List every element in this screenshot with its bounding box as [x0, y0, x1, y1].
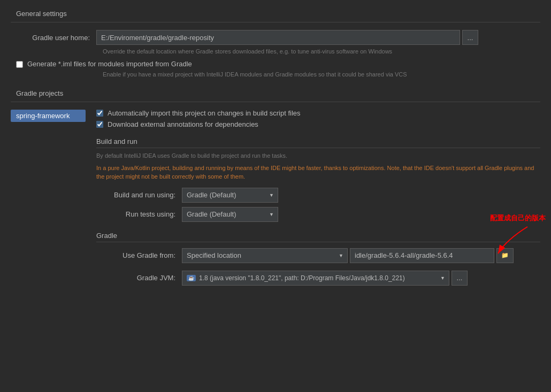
build-and-run-subsection: Build and run By default IntelliJ IDEA u…	[96, 135, 540, 224]
download-annotations-label[interactable]: Download external annotations for depend…	[108, 120, 258, 128]
generate-iml-hint: Enable if you have a mixed project with …	[5, 70, 546, 81]
general-divider	[11, 22, 540, 22]
gradle-subsection-header: Gradle	[96, 229, 540, 242]
use-gradle-from-row: Use Gradle from: Specified location Grad…	[96, 245, 540, 266]
gradle-user-home-input[interactable]	[96, 30, 460, 45]
annotation-container: 配置成自己的版本	[490, 213, 546, 256]
gradle-jvm-row: Gradle JVM: ☕ 1.8 (java version "1.8.0_2…	[96, 268, 540, 288]
run-tests-label: Run tests using:	[96, 210, 182, 218]
projects-layout: spring-framework Automatically import th…	[5, 107, 546, 293]
build-using-label: Build and run using:	[96, 191, 182, 199]
download-annotations-row: Download external annotations for depend…	[96, 119, 540, 130]
generate-iml-checkbox[interactable]	[16, 61, 23, 68]
project-item-spring[interactable]: spring-framework	[11, 110, 86, 122]
settings-page: General settings Gradle user home: ... O…	[0, 0, 551, 392]
general-settings-header: General settings	[5, 5, 546, 21]
download-annotations-checkbox[interactable]	[96, 121, 103, 128]
build-using-select[interactable]: Gradle (Default) IntelliJ IDEA	[182, 188, 278, 203]
annotation-arrow	[490, 224, 533, 256]
use-gradle-from-label: Use Gradle from:	[96, 251, 182, 259]
build-using-select-wrapper: Gradle (Default) IntelliJ IDEA	[182, 188, 278, 203]
annotation-text: 配置成自己的版本	[490, 214, 546, 222]
gradle-user-home-row: Gradle user home: ...	[5, 28, 546, 47]
generate-iml-row: Generate *.iml files for modules importe…	[5, 58, 546, 70]
gradle-user-home-hint: Override the default location where Grad…	[5, 47, 546, 58]
gradle-projects-divider	[11, 102, 540, 102]
gradle-user-home-browse-button[interactable]: ...	[462, 30, 478, 45]
auto-import-checkbox[interactable]	[96, 110, 103, 117]
generate-iml-label[interactable]: Generate *.iml files for modules importe…	[27, 60, 192, 68]
use-gradle-from-select-wrapper: Specified location Gradle wrapper Local …	[182, 248, 348, 263]
build-using-row: Build and run using: Gradle (Default) In…	[96, 186, 540, 205]
project-list: spring-framework	[5, 107, 91, 293]
gradle-jvm-label: Gradle JVM:	[96, 274, 182, 282]
auto-import-label[interactable]: Automatically import this project on cha…	[108, 109, 301, 117]
build-run-info1: By default IntelliJ IDEA uses Gradle to …	[96, 151, 540, 160]
run-tests-select[interactable]: Gradle (Default) IntelliJ IDEA	[182, 207, 278, 222]
auto-import-row: Automatically import this project on cha…	[96, 107, 540, 119]
build-run-header: Build and run	[96, 135, 540, 148]
gradle-jvm-select-container: ☕ 1.8 (java version "1.8.0_221", path: D…	[182, 271, 449, 286]
gradle-user-home-label: Gradle user home:	[16, 34, 96, 42]
general-settings-section: General settings Gradle user home: ... O…	[5, 5, 546, 81]
gradle-path-input[interactable]	[350, 248, 494, 263]
run-tests-row: Run tests using: Gradle (Default) Intell…	[96, 205, 540, 224]
gradle-projects-header: Gradle projects	[5, 85, 546, 101]
gradle-subsection: Gradle Use Gradle from: Specified locati…	[96, 229, 540, 288]
project-settings-panel: Automatically import this project on cha…	[91, 107, 546, 293]
build-run-info2: In a pure Java/Kotlin project, building …	[96, 164, 540, 181]
run-tests-select-wrapper: Gradle (Default) IntelliJ IDEA	[182, 207, 278, 222]
use-gradle-from-select[interactable]: Specified location Gradle wrapper Local …	[182, 248, 348, 263]
gradle-projects-section: Gradle projects spring-framework Automat…	[5, 85, 546, 293]
gradle-jvm-browse-button[interactable]: ...	[451, 271, 468, 286]
